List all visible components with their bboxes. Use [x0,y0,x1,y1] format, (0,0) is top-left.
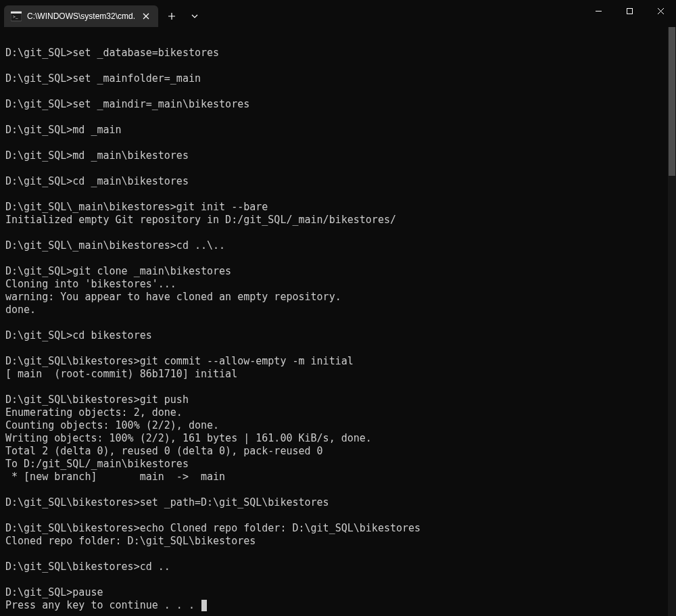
tab-strip: >_ C:\WINDOWS\system32\cmd. [0,0,583,27]
window-controls [583,0,676,22]
tab-title: C:\WINDOWS\system32\cmd. [27,11,135,21]
tab-active[interactable]: >_ C:\WINDOWS\system32\cmd. [4,5,158,27]
scrollbar-vertical[interactable] [668,27,676,616]
new-tab-button[interactable] [161,5,183,27]
terminal-window: >_ C:\WINDOWS\system32\cmd. [0,0,676,616]
text-cursor [201,600,207,611]
cmd-icon: >_ [11,11,22,22]
tab-dropdown-button[interactable] [185,5,204,27]
tab-close-button[interactable] [141,11,151,22]
title-bar[interactable]: >_ C:\WINDOWS\system32\cmd. [0,0,676,27]
maximize-button[interactable] [614,0,645,22]
close-button[interactable] [645,0,676,22]
svg-rect-3 [627,8,632,14]
svg-text:>_: >_ [13,14,18,20]
scrollbar-thumb[interactable] [669,27,675,176]
svg-rect-1 [11,11,22,14]
terminal-output[interactable]: D:\git_SQL>set _database=bikestores D:\g… [0,27,668,616]
terminal-area: D:\git_SQL>set _database=bikestores D:\g… [0,27,676,616]
minimize-button[interactable] [583,0,614,22]
